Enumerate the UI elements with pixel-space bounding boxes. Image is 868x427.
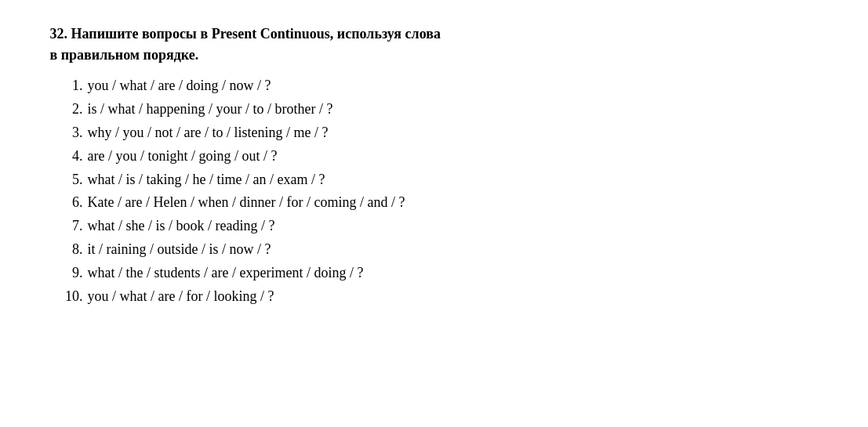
item-text: you / what / are / doing / now / ? (88, 75, 271, 97)
item-text: it / raining / outside / is / now / ? (88, 239, 271, 261)
items-list: 1.you / what / are / doing / now / ?2.is… (50, 75, 819, 308)
list-item: 5.what / is / taking / he / time / an / … (58, 169, 819, 191)
item-text: what / the / students / are / experiment… (88, 262, 364, 284)
task-subtitle-text: в правильном порядке. (50, 47, 199, 63)
item-number: 4. (58, 146, 88, 168)
item-text: is / what / happening / your / to / brot… (88, 99, 333, 121)
task-header: 32. Напишите вопросы в Present Continuou… (50, 24, 819, 66)
list-item: 2.is / what / happening / your / to / br… (58, 99, 819, 121)
list-item: 7.what / she / is / book / reading / ? (58, 215, 819, 237)
item-number: 5. (58, 169, 88, 191)
item-number: 7. (58, 215, 88, 237)
list-item: 10.you / what / are / for / looking / ? (58, 286, 819, 308)
item-text: are / you / tonight / going / out / ? (88, 146, 278, 168)
item-number: 6. (58, 192, 88, 214)
list-item: 1.you / what / are / doing / now / ? (58, 75, 819, 97)
item-number: 3. (58, 122, 88, 144)
task-title-line: 32. Напишите вопросы в Present Continuou… (50, 24, 819, 66)
item-text: you / what / are / for / looking / ? (88, 286, 274, 308)
task-number: 32. (50, 26, 71, 42)
item-number: 2. (58, 99, 88, 121)
list-item: 8.it / raining / outside / is / now / ? (58, 239, 819, 261)
list-item: 4.are / you / tonight / going / out / ? (58, 146, 819, 168)
item-number: 10. (58, 286, 88, 308)
list-item: 9.what / the / students / are / experime… (58, 262, 819, 284)
item-number: 9. (58, 262, 88, 284)
list-item: 6.Kate / are / Helen / when / dinner / f… (58, 192, 819, 214)
task-title-text: Напишите вопросы в Present Continuous, и… (71, 26, 441, 42)
page-container: 32. Напишите вопросы в Present Continuou… (19, 0, 850, 333)
item-number: 8. (58, 239, 88, 261)
item-text: what / she / is / book / reading / ? (88, 215, 275, 237)
item-text: Kate / are / Helen / when / dinner / for… (88, 192, 405, 214)
list-item: 3.why / you / not / are / to / listening… (58, 122, 819, 144)
item-number: 1. (58, 75, 88, 97)
item-text: why / you / not / are / to / listening /… (88, 122, 329, 144)
item-text: what / is / taking / he / time / an / ex… (88, 169, 325, 191)
